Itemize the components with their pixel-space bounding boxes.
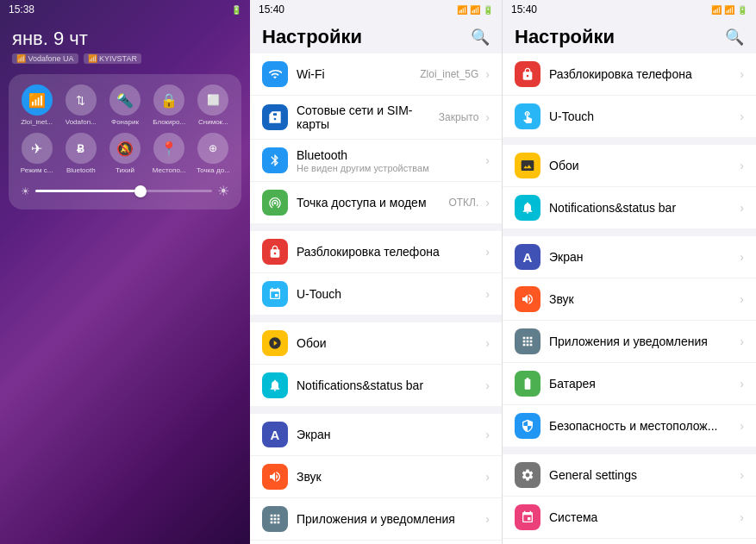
- flashlight-toggle-label: Фонарик: [111, 118, 139, 126]
- right-general-title: General settings: [549, 468, 736, 482]
- separator-1: [250, 224, 502, 231]
- unlock-item-title: Разблокировка телефона: [297, 245, 482, 259]
- hotspot-item-content: Точка доступа и модем: [297, 196, 448, 209]
- right-battery-content: Батарея: [549, 377, 736, 391]
- bluetooth-item-title: Bluetooth: [297, 148, 482, 162]
- notif-status-item[interactable]: Notifications&status bar ›: [250, 365, 502, 406]
- middle-search-icon[interactable]: 🔍: [471, 28, 490, 47]
- right-sound-icon: [515, 286, 540, 312]
- toggle-airplane[interactable]: ✈ Режим с...: [17, 133, 56, 174]
- right-display-item[interactable]: A Экран ›: [503, 236, 756, 278]
- hotspot-item-right: ОТКЛ. ›: [448, 196, 490, 209]
- apps-item-title: Приложения и уведомления: [297, 512, 482, 526]
- sound-item[interactable]: Звук ›: [250, 456, 502, 498]
- right-general-icon: [515, 462, 540, 488]
- middle-header: Настройки 🔍: [250, 19, 502, 53]
- utouch-item-right: ›: [482, 287, 490, 301]
- right-signal-icon: 📶: [724, 5, 734, 15]
- bluetooth-toggle-icon: Ƀ: [66, 133, 97, 164]
- right-sound-item[interactable]: Звук ›: [503, 278, 756, 321]
- right-security-group: Разблокировка телефона › U-Touch ›: [503, 53, 756, 137]
- right-google-item[interactable]: G Google ›: [503, 539, 756, 544]
- bluetooth-item[interactable]: Bluetooth Не виден другим устройствам ›: [250, 140, 502, 182]
- utouch-item[interactable]: U-Touch ›: [250, 273, 502, 315]
- security-group: Разблокировка телефона › U-Touch ›: [250, 231, 502, 315]
- right-wallpaper-item[interactable]: Обои ›: [503, 145, 756, 187]
- right-battery-item[interactable]: Батарея ›: [503, 363, 756, 405]
- right-general-chevron: ›: [740, 468, 744, 482]
- middle-time: 15:40: [259, 3, 284, 16]
- toggle-data[interactable]: ⇅ Vodafon...: [61, 84, 100, 126]
- wallpaper-item[interactable]: Обои ›: [250, 322, 502, 365]
- right-system-item[interactable]: Система ›: [503, 497, 756, 539]
- right-general-item[interactable]: General settings ›: [503, 454, 756, 497]
- wallpaper-item-right: ›: [482, 336, 490, 350]
- hotspot-item-title: Точка доступа и модем: [297, 196, 448, 209]
- right-utouch-icon: [515, 103, 540, 129]
- toggle-location[interactable]: 📍 Местопо...: [150, 133, 189, 174]
- right-utouch-item[interactable]: U-Touch ›: [503, 96, 756, 137]
- bluetooth-item-right: ›: [482, 153, 490, 167]
- apps-item-right: ›: [482, 512, 490, 526]
- flashlight-toggle-icon: 🔦: [109, 84, 141, 116]
- unlock-chevron-icon: ›: [485, 245, 490, 259]
- hotspot-chevron-icon: ›: [485, 196, 490, 209]
- display-chevron-icon: ›: [485, 428, 490, 441]
- separator-2: [250, 316, 502, 322]
- right-unlock-content: Разблокировка телефона: [549, 67, 736, 81]
- utouch-item-content: U-Touch: [297, 287, 482, 301]
- toggle-bluetooth[interactable]: Ƀ Bluetooth: [61, 133, 100, 174]
- right-notif-item[interactable]: Notifications&status bar ›: [503, 187, 756, 228]
- bluetooth-item-subtitle: Не виден другим устройствам: [297, 163, 482, 173]
- brightness-track[interactable]: [35, 190, 212, 192]
- right-apps-item[interactable]: Приложения и уведомления ›: [503, 321, 756, 363]
- right-unlock-item[interactable]: Разблокировка телефона ›: [503, 53, 756, 96]
- brightness-thumb[interactable]: [134, 185, 147, 197]
- left-carriers: 📶 Vodafone UA 📶 KYIVSTAR: [12, 53, 238, 64]
- right-unlock-chevron: ›: [740, 67, 744, 81]
- apps-item[interactable]: Приложения и уведомления ›: [250, 498, 502, 541]
- quick-toggles-row2: ✈ Режим с... Ƀ Bluetooth 🔕 Тихий 📍 Место…: [17, 133, 233, 174]
- separator-3: [250, 407, 502, 414]
- left-time: 15:38: [9, 3, 34, 16]
- wallpaper-item-title: Обои: [297, 336, 482, 350]
- toggle-hotspot[interactable]: ⊕ Точка до...: [194, 133, 233, 174]
- right-notif-icon: [515, 195, 540, 221]
- right-sound-chevron: ›: [740, 292, 744, 306]
- right-security-icon: [515, 413, 540, 439]
- sim-item-icon: [262, 104, 288, 130]
- toggle-silent[interactable]: 🔕 Тихий: [105, 133, 144, 174]
- right-time: 15:40: [511, 3, 537, 16]
- display-item[interactable]: A Экран ›: [250, 414, 502, 456]
- toggle-wifi[interactable]: 📶 Zloi_inet...: [17, 84, 56, 126]
- sound-item-title: Звук: [297, 470, 482, 484]
- hotspot-item[interactable]: Точка доступа и модем ОТКЛ. ›: [250, 182, 502, 223]
- sim-item[interactable]: Сотовые сети и SIM-карты Закрыто ›: [250, 96, 502, 140]
- right-notif-content: Notifications&status bar: [549, 201, 736, 215]
- toggle-screenshot[interactable]: ⬜ Снимок...: [194, 84, 233, 126]
- right-general-group: General settings › Система › G Google: [503, 454, 756, 544]
- sound-item-icon: [262, 464, 288, 490]
- brightness-control[interactable]: ☀ ☀: [17, 183, 233, 199]
- middle-status-bar: 15:40 📶 📶 🔋: [250, 0, 502, 19]
- wifi-item[interactable]: Wi-Fi Zloi_inet_5G ›: [250, 53, 502, 96]
- right-security-chevron: ›: [740, 419, 744, 433]
- right-wallpaper-icon: [515, 153, 540, 178]
- right-device-group: A Экран › Звук › Прилож: [503, 236, 756, 447]
- battery-item[interactable]: Батарея ›: [250, 541, 502, 544]
- right-wallpaper-chevron: ›: [740, 159, 744, 172]
- right-panel: 15:40 📶 📶 🔋 Настройки 🔍 Разблокировка те…: [503, 0, 756, 544]
- right-security-title: Безопасность и местополож...: [549, 419, 736, 433]
- right-separator-2: [503, 229, 756, 236]
- notif-status-chevron-icon: ›: [485, 378, 490, 392]
- toggle-lock[interactable]: 🔒 Блокиро...: [150, 84, 189, 126]
- toggle-flashlight[interactable]: 🔦 Фонарик: [105, 84, 144, 126]
- unlock-item-right: ›: [482, 245, 490, 259]
- unlock-item[interactable]: Разблокировка телефона ›: [250, 231, 502, 273]
- device-group: A Экран › Звук ›: [250, 414, 502, 544]
- right-security-item[interactable]: Безопасность и местополож... ›: [503, 405, 756, 447]
- right-search-icon[interactable]: 🔍: [725, 28, 744, 47]
- wallpaper-chevron-icon: ›: [485, 336, 490, 350]
- lock-toggle-label: Блокиро...: [153, 118, 185, 126]
- apps-item-icon: [262, 506, 288, 532]
